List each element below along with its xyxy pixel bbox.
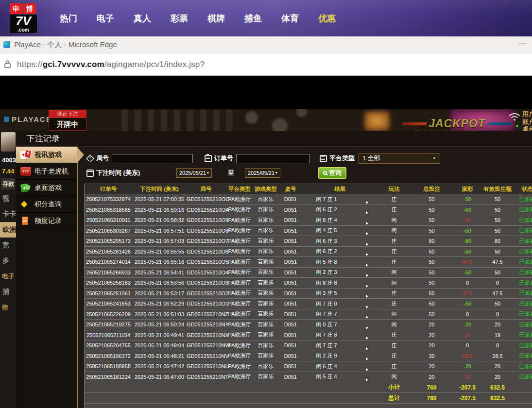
date-to-select[interactable]: 2025/05/21 ▼ (245, 168, 280, 178)
sidebar-item[interactable]: 电子老虎机 (16, 163, 77, 180)
bet-time: 2025-05-21 06:52:29 (132, 301, 187, 306)
order-no: 250521065303267 (85, 228, 132, 234)
valid-bet: 50 (482, 217, 513, 223)
platform: PA欧洲厅 (225, 289, 254, 297)
wager-side: 闲 (377, 217, 411, 224)
table-no: D051 (278, 280, 303, 286)
total-bet: 20 (411, 322, 452, 327)
platform: PA欧洲厅 (225, 363, 254, 370)
platform: PA欧洲厅 (225, 321, 254, 328)
table-row: 250521065266933 2025-05-21 06:54:41 GD05… (85, 267, 532, 278)
sidebar-item[interactable]: 桌面游戏 (16, 180, 77, 196)
platform-list-icon (320, 155, 327, 162)
total-bet: 50 (411, 196, 452, 202)
bet-time: 2025-05-21 07:00:35 (132, 196, 187, 202)
status-badge: 已派彩 (513, 321, 532, 328)
result: 闲 7 庄 8 (303, 331, 350, 339)
sidebar-item-icon (20, 150, 32, 160)
table-body: 250521075332974 2025-05-21 07:00:35 GD05… (85, 194, 532, 382)
site-logo[interactable]: 申 博 7V .com (10, 3, 37, 33)
wager-side: 闲 (377, 373, 411, 380)
browser-urlbar: https://gci.7vvvvv.com/agingame/pcv1/ind… (0, 53, 532, 76)
order-no: 250521065258183 (85, 280, 132, 286)
nav-item[interactable]: 捕鱼 (244, 13, 262, 24)
table-row: 250521065188958 2025-05-21 06:47:42 GD05… (85, 361, 532, 372)
nav-item[interactable]: 真人 (134, 13, 151, 24)
wager-side: 庄 (377, 352, 411, 359)
round-no: GD051255210O3 (187, 280, 225, 286)
nav-item[interactable]: 热门 (60, 13, 77, 24)
payout: -20 (452, 322, 482, 327)
result: 闲 6 庄 2 (303, 248, 350, 255)
round-no: GD051255210NT (187, 374, 225, 380)
result: 闲 5 庄 4 (303, 373, 350, 380)
payout: 19 (452, 332, 482, 338)
sidebar-item-label: 视讯游戏 (34, 151, 62, 159)
sidebar-item-label: 电子老虎机 (34, 167, 69, 176)
table-row: 250521065196372 2025-05-21 06:48:21 GD05… (85, 351, 532, 361)
result: 闲 8 庄 4 (303, 217, 350, 224)
casino-dot (245, 111, 258, 124)
modal-sidebar: 视讯游戏 电子老虎机 桌面游戏 积分查询 (16, 147, 78, 408)
valid-bet: 50 (482, 249, 513, 255)
platform-select[interactable]: 1.全部 ▼ (359, 153, 440, 164)
order-no: 250521065188958 (85, 363, 132, 369)
dealing-status: 开牌中 (49, 118, 86, 131)
total-bet: 20 (411, 374, 452, 380)
round-input[interactable] (112, 154, 193, 163)
calendar-icon (86, 170, 94, 177)
game-type: 百家乐 (254, 227, 278, 234)
table-no: D051 (278, 342, 303, 348)
order-input[interactable] (236, 154, 310, 163)
avatar (1, 132, 16, 152)
valid-bet: 0 (482, 342, 513, 348)
wager-side: 庄 (377, 238, 411, 245)
total-bet: 50 (411, 207, 452, 213)
platform: PA欧洲厅 (225, 206, 254, 213)
total-bet: 50 (411, 301, 452, 306)
bet-time: 2025-05-21 06:55:55 (132, 249, 187, 255)
round-label: 局号 (96, 154, 109, 163)
left-strip-item: 电子 (0, 269, 16, 284)
search-button[interactable]: 查询 (318, 167, 346, 179)
nav-item[interactable]: 优惠 (318, 13, 336, 24)
payout: 0 (452, 342, 482, 348)
order-no: 250521065196372 (85, 353, 132, 359)
minimize-button[interactable]: — (518, 38, 526, 47)
payout: 50 (452, 217, 482, 223)
account-labels: 用户名账户余桌台编 (522, 110, 532, 131)
valid-bet: 19 (482, 332, 513, 338)
payout: 0 (452, 280, 482, 286)
to-label: 至 (228, 169, 234, 177)
sidebar-item-icon (20, 200, 32, 209)
subtotal-valid-bet: 632.5 (482, 384, 513, 391)
date-from-select[interactable]: 2025/05/21 ▼ (176, 168, 212, 178)
game-type: 百家乐 (254, 289, 278, 297)
total-bet: 50 (411, 280, 452, 286)
order-no: 250521065181224 (85, 374, 132, 380)
nav-item[interactable]: 彩票 (171, 13, 188, 24)
wager-side: 庄 (377, 196, 411, 203)
nav-item[interactable]: 体育 (281, 13, 299, 24)
platform: PA欧洲厅 (225, 373, 254, 380)
site-navbar: 申 博 7V .com 热门 电子 真人 彩票 棋牌 捕鱼 体育 优惠 (0, 0, 532, 36)
sidebar-item[interactable]: 额度记录 (16, 213, 77, 229)
round-no: GD051255210OA (187, 207, 225, 213)
result: 闲 8 庄 8 (303, 279, 350, 287)
left-strip-item: 7.44 (0, 166, 16, 177)
nav-item[interactable]: 棋牌 (207, 13, 225, 24)
page-left-strip: 40037.44存款视卡卡欧洲竞多电子捕街 (0, 131, 16, 408)
bet-time: 2025-05-21 06:59:16 (132, 207, 187, 213)
playace-logo: PLAYACE (4, 115, 52, 123)
order-no: 250521065295173 (85, 238, 132, 244)
table-no: D051 (278, 207, 303, 213)
payout: 20 (452, 374, 482, 380)
platform: PA欧洲厅 (225, 342, 254, 349)
wager-side: 庄 (377, 258, 411, 266)
bet-time: 2025-05-21 06:55:16 (132, 259, 187, 265)
sidebar-item[interactable]: 积分查询 (16, 196, 77, 213)
url-text[interactable]: https://gci.7vvvvv.com/agingame/pcv1/ind… (17, 60, 205, 69)
nav-item[interactable]: 电子 (97, 13, 114, 24)
status-badge: 已派彩 (513, 300, 532, 307)
sidebar-item[interactable]: 视讯游戏 (16, 147, 77, 163)
